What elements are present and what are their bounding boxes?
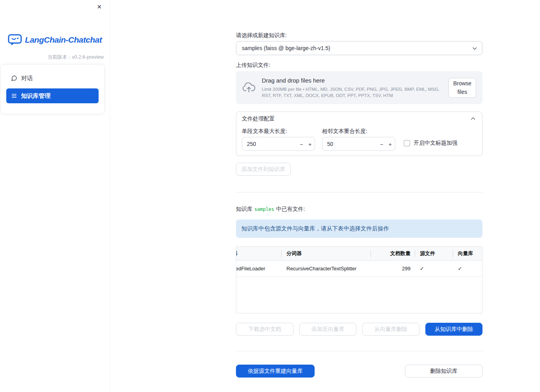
add-to-vector-store-button[interactable]: 添加至向量库 bbox=[299, 323, 356, 336]
dropzone-text: Drag and drop files here Limit 200MB per… bbox=[262, 77, 448, 99]
cell-loader: UnstructuredFileLoader bbox=[236, 261, 282, 277]
info-text: 知识库中包含源文件与向量库，请从下表中选择文件后操作 bbox=[241, 225, 389, 232]
app-title: LangChain-Chatchat bbox=[25, 35, 102, 45]
sidebar-item-label: 知识库管理 bbox=[21, 92, 50, 100]
file-config-expander: 文件处理配置 单段文本最大长度: 相邻文本重合长度: − + − + 开启中文标… bbox=[236, 111, 482, 156]
col-source-file[interactable]: 源文件 bbox=[415, 247, 453, 260]
increment-icon[interactable]: + bbox=[305, 137, 315, 151]
max-length-label: 单段文本最大长度: bbox=[242, 128, 287, 135]
sidebar-item-label: 对话 bbox=[21, 75, 33, 82]
existing-files-line: 知识库samples中已有文件: bbox=[236, 206, 305, 213]
chevron-up-icon bbox=[470, 115, 477, 123]
browse-files-button[interactable]: Browse files bbox=[448, 78, 476, 98]
logo-chat-icon bbox=[8, 34, 22, 46]
dropzone-title: Drag and drop files here bbox=[262, 77, 448, 84]
info-banner: 知识库中包含源文件与向量库，请从下表中选择文件后操作 bbox=[236, 219, 482, 238]
delete-from-kb-button[interactable]: 从知识库中删除 bbox=[425, 323, 482, 336]
list-icon bbox=[11, 93, 17, 99]
file-dropzone[interactable]: Drag and drop files here Limit 200MB per… bbox=[236, 71, 482, 104]
chevron-down-icon bbox=[471, 45, 478, 53]
dropzone-limit: Limit 200MB per file • HTML, MD, JSON, C… bbox=[262, 86, 448, 99]
sidebar: × LangChain-Chatchat 当前版本：v0.2.6-preview… bbox=[0, 0, 110, 392]
kb-name-code: samples bbox=[254, 207, 274, 212]
col-vector-store[interactable]: 向量库 bbox=[453, 247, 482, 260]
divider bbox=[236, 192, 482, 192]
overlap-input-wrap: − + bbox=[322, 137, 395, 151]
cloud-upload-icon bbox=[242, 83, 256, 93]
sidebar-close-icon[interactable]: × bbox=[97, 2, 102, 11]
sidebar-item-knowledge-base[interactable]: 知识库管理 bbox=[6, 88, 99, 103]
remove-from-vector-store-button[interactable]: 从向量库删除 bbox=[362, 323, 419, 336]
expander-header[interactable]: 文件处理配置 bbox=[236, 112, 482, 126]
kb-select-value: samples (faiss @ bge-large-zh-v1.5) bbox=[242, 45, 330, 51]
overlap-label: 相邻文本重合长度: bbox=[322, 128, 367, 135]
col-doc-count[interactable]: 文档数量 bbox=[371, 247, 415, 260]
max-length-input[interactable] bbox=[242, 141, 285, 147]
table-action-buttons: 下载选中文档 添加至向量库 从向量库删除 从知识库中删除 bbox=[236, 323, 482, 336]
overlap-input[interactable] bbox=[322, 141, 365, 147]
col-loader[interactable]: 文档加载器 bbox=[236, 247, 282, 260]
cell-splitter: RecursiveCharacterTextSplitter bbox=[282, 261, 371, 277]
version-label: 当前版本：v0.2.6-preview bbox=[47, 54, 104, 61]
divider bbox=[236, 351, 482, 351]
cell-source-check: ✓ bbox=[415, 261, 453, 277]
cell-doc-count: 299 bbox=[371, 261, 415, 277]
col-splitter[interactable]: 分词器 bbox=[282, 247, 371, 260]
table-row[interactable]: UnstructuredFileLoader RecursiveCharacte… bbox=[236, 261, 482, 277]
upload-label: 上传知识文件: bbox=[236, 62, 270, 69]
app-logo: LangChain-Chatchat bbox=[0, 34, 110, 46]
add-files-button[interactable]: 添加文件到知识库 bbox=[236, 163, 291, 176]
kb-select-label: 请选择或新建知识库: bbox=[236, 32, 287, 39]
decrement-icon[interactable]: − bbox=[297, 137, 306, 151]
rebuild-vector-store-button[interactable]: 依据源文件重建向量库 bbox=[236, 365, 315, 378]
cell-vector-check: ✓ bbox=[453, 261, 482, 277]
sidebar-menu: 对话 知识库管理 bbox=[1, 65, 104, 113]
title-enhance-label: 开启中文标题加强 bbox=[414, 140, 457, 147]
files-table[interactable]: 文档加载器 分词器 文档数量 源文件 向量库 UnstructuredFileL… bbox=[236, 246, 482, 313]
delete-kb-button[interactable]: 删除知识库 bbox=[405, 365, 482, 378]
increment-icon[interactable]: + bbox=[385, 137, 395, 151]
title-enhance-option: 开启中文标题加强 bbox=[404, 140, 457, 147]
max-length-input-wrap: − + bbox=[242, 137, 315, 151]
kb-select[interactable]: samples (faiss @ bge-large-zh-v1.5) bbox=[236, 41, 482, 55]
sidebar-item-dialogue[interactable]: 对话 bbox=[6, 71, 99, 86]
decrement-icon[interactable]: − bbox=[377, 137, 386, 151]
table-header-row: 文档加载器 分词器 文档数量 源文件 向量库 bbox=[236, 247, 482, 261]
expander-title: 文件处理配置 bbox=[242, 115, 275, 122]
download-selected-button[interactable]: 下载选中文档 bbox=[236, 323, 293, 336]
title-enhance-checkbox[interactable] bbox=[404, 140, 410, 146]
chat-bubble-icon bbox=[11, 75, 17, 81]
